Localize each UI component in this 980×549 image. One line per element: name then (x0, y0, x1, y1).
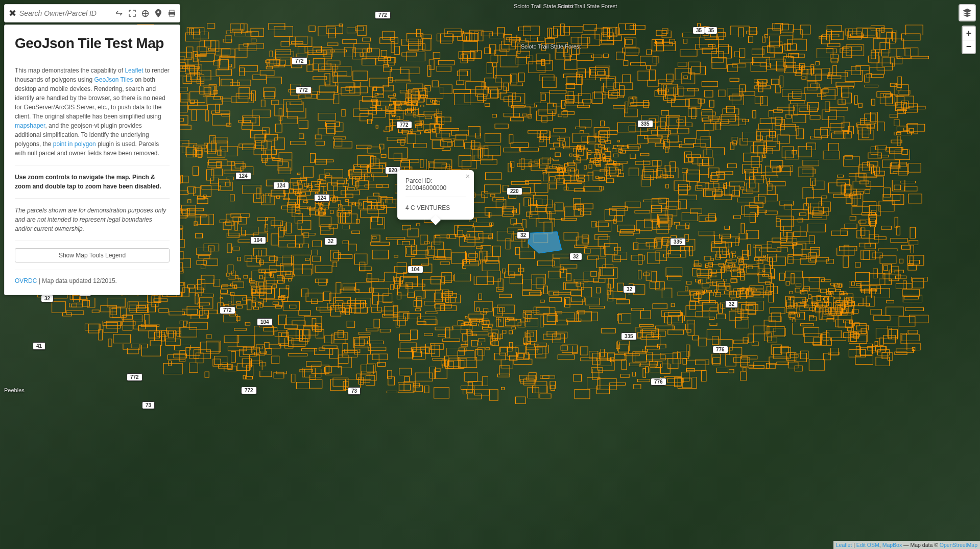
shield-772: 772 (292, 57, 307, 65)
link-point-in-polygon[interactable]: point in polygon (53, 140, 96, 148)
divider (15, 241, 170, 241)
panel-title: GeoJson Tile Test Map (15, 35, 170, 52)
forest-label-3: Scioto Trail State Forest (521, 43, 581, 50)
search-input[interactable] (19, 9, 110, 17)
shield-772: 772 (375, 11, 391, 19)
globe-icon[interactable] (141, 9, 150, 17)
zoom-control: + − (962, 26, 976, 54)
zoom-note: Use zoom controls to navigate the map. P… (15, 173, 170, 191)
svg-rect-3166 (170, 10, 174, 12)
link-mapbox[interactable]: MapBox (882, 542, 902, 548)
panel-description: This map demonstrates the capability of … (15, 66, 170, 158)
shield-73: 73 (142, 401, 155, 409)
panel-footer: OVRDC | Map data updated 12/2015. (15, 277, 170, 284)
shield-335: 335 (637, 120, 653, 128)
disclaimer: The parcels shown are for demonstration … (15, 206, 170, 233)
shield-32: 32 (517, 231, 530, 239)
link-leaflet[interactable]: Leaflet (125, 67, 143, 74)
measure-icon[interactable] (115, 9, 123, 17)
link-edit-osm[interactable]: Edit OSM (856, 542, 879, 548)
shield-772: 772 (396, 121, 412, 129)
shield-772: 772 (241, 387, 257, 394)
search-toolbar: ✖ (4, 4, 180, 22)
zoom-in-button[interactable]: + (963, 27, 975, 40)
link-geojson-tiles[interactable]: GeoJson Tiles (94, 76, 133, 83)
link-leaflet-attr[interactable]: Leaflet (836, 542, 852, 548)
print-icon[interactable] (168, 9, 176, 17)
shield-124: 124 (314, 194, 330, 202)
shield-104: 104 (250, 236, 266, 244)
popup-parcel-id: Parcel ID: 210046000000 (405, 177, 466, 197)
popup-close-icon[interactable]: × (466, 172, 470, 180)
shield-32: 32 (324, 237, 337, 245)
zoom-out-button[interactable]: − (963, 40, 975, 53)
shield-772: 772 (127, 373, 142, 381)
popup-owner: 4 C VENTURES (405, 204, 466, 211)
forest-label-2: Scioto Trail State Forest (557, 3, 617, 9)
close-icon[interactable]: ✖ (9, 8, 16, 19)
city-peebles: Peebles (4, 387, 25, 393)
shield-772: 772 (296, 86, 312, 94)
shield-73: 73 (348, 387, 361, 395)
divider (15, 270, 170, 270)
shield-41: 41 (33, 342, 45, 350)
show-legend-button[interactable]: Show Map Tools Legend (15, 248, 170, 262)
divider (15, 198, 170, 199)
shield-124: 124 (235, 172, 251, 180)
link-mapshaper[interactable]: mapshaper (15, 122, 45, 129)
shield-220: 220 (507, 187, 522, 195)
shield-776: 776 (651, 378, 666, 386)
map-attribution: Leaflet | Edit OSM, MapBox — Map data © … (833, 541, 980, 549)
fullscreen-icon[interactable] (128, 9, 136, 17)
shield-35: 35 (705, 27, 718, 34)
shield-32: 32 (725, 300, 738, 308)
shield-776: 776 (712, 346, 728, 353)
shield-124: 124 (273, 182, 289, 189)
divider (15, 165, 170, 165)
shield-32: 32 (569, 253, 582, 260)
shield-772: 772 (220, 306, 235, 314)
shield-32: 32 (41, 295, 54, 302)
parcel-popup: × Parcel ID: 210046000000 4 C VENTURES (397, 170, 474, 220)
shield-104: 104 (257, 318, 273, 326)
info-panel: GeoJson Tile Test Map This map demonstra… (4, 25, 180, 295)
locate-icon[interactable] (155, 9, 163, 17)
shield-104: 104 (408, 266, 423, 273)
shield-35: 35 (692, 27, 705, 34)
layers-button[interactable] (959, 4, 976, 21)
link-ovrdc[interactable]: OVRDC (15, 277, 37, 284)
shield-335: 335 (670, 238, 686, 246)
shield-335: 335 (621, 332, 637, 340)
map-canvas[interactable]: Scioto Trail State Forest Scioto Trail S… (0, 0, 980, 549)
svg-rect-3168 (170, 14, 174, 16)
link-osm[interactable]: OpenStreetMap (940, 542, 977, 548)
shield-32: 32 (623, 285, 636, 293)
